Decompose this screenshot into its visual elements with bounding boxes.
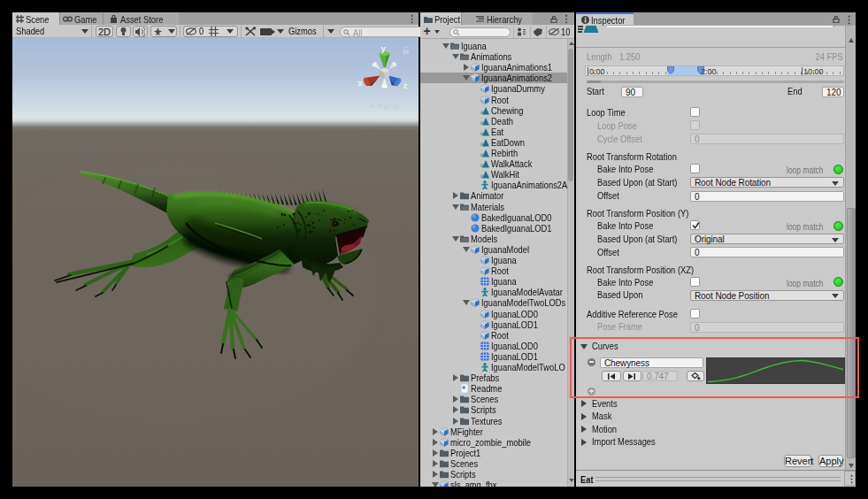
svg-text:x: x xyxy=(358,78,364,88)
svg-text:y: y xyxy=(381,43,387,53)
svg-text:Persp: Persp xyxy=(378,102,400,111)
svg-text:z: z xyxy=(403,81,408,90)
